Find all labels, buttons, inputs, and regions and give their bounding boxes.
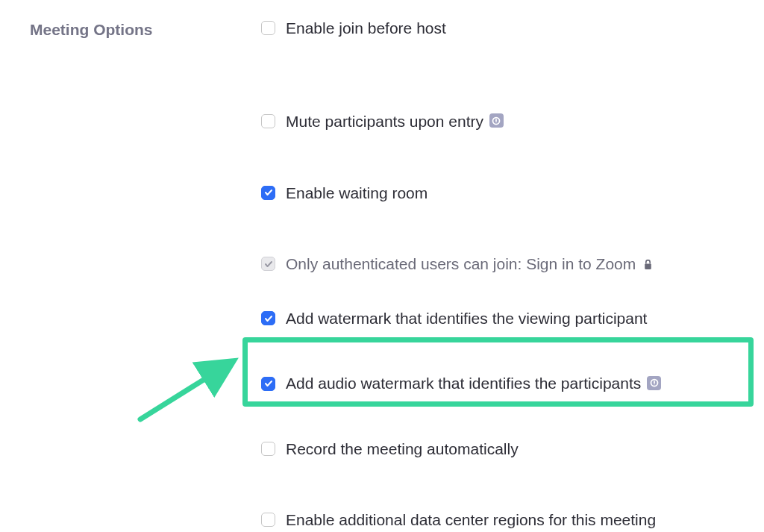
checkbox-authenticated-only: [261, 257, 275, 271]
lock-icon: [643, 259, 653, 270]
checkbox-data-center[interactable]: [261, 513, 275, 527]
label-auto-record: Record the meeting automatically: [286, 439, 519, 459]
label-authenticated-only: Only authenticated users can join: Sign …: [286, 254, 636, 274]
checkbox-video-watermark[interactable]: [261, 311, 275, 325]
section-label-meeting-options: Meeting Options: [30, 15, 261, 532]
info-icon[interactable]: [489, 113, 504, 128]
checkbox-join-before-host[interactable]: [261, 21, 275, 35]
checkbox-mute-on-entry[interactable]: [261, 114, 275, 128]
checkbox-audio-watermark[interactable]: [261, 377, 275, 391]
label-audio-watermark: Add audio watermark that identifies the …: [286, 373, 641, 393]
meeting-options-list: Enable join before host Mute participant…: [261, 15, 764, 532]
label-video-watermark: Add watermark that identifies the viewin…: [286, 308, 647, 328]
svg-rect-2: [645, 263, 651, 269]
label-data-center: Enable additional data center regions fo…: [286, 510, 656, 530]
label-join-before-host: Enable join before host: [286, 18, 446, 38]
svg-point-1: [496, 122, 497, 123]
info-icon[interactable]: [647, 376, 661, 390]
svg-point-4: [654, 384, 654, 385]
checkbox-waiting-room[interactable]: [261, 186, 275, 200]
label-waiting-room: Enable waiting room: [286, 183, 428, 203]
checkbox-auto-record[interactable]: [261, 442, 275, 456]
label-mute-on-entry: Mute participants upon entry: [286, 111, 483, 131]
